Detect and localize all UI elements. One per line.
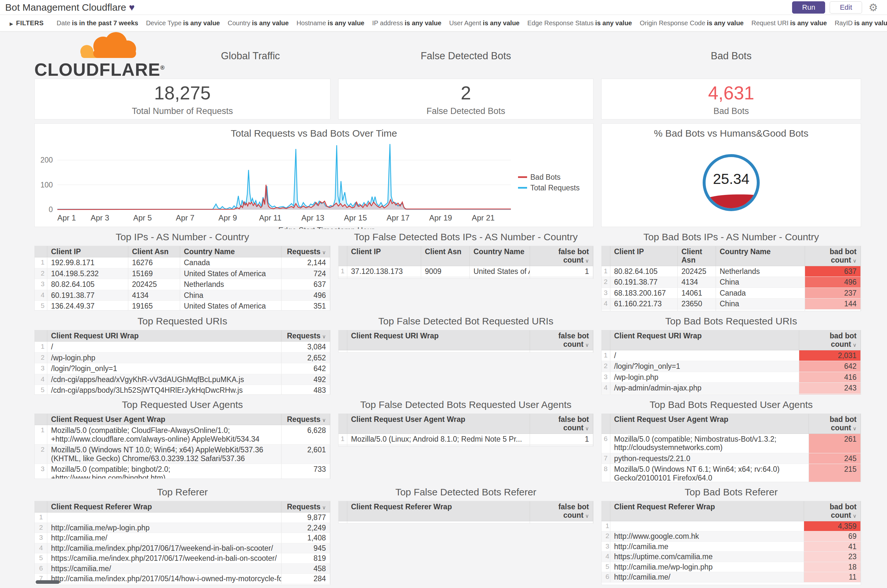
column-header[interactable]: Requests∨	[281, 246, 330, 257]
table-cell: 19165	[128, 301, 180, 310]
filter-item[interactable]: Edge Response Statusis any value	[528, 20, 632, 27]
column-header[interactable]: Client Asn	[128, 246, 180, 257]
stat-label: Bad Bots	[713, 106, 749, 116]
row-number-header	[601, 501, 610, 521]
table-row: 5/cdn-cgi/apps/body/3Lh52SjWTQ4HRlErJykH…	[35, 385, 330, 395]
legend-item[interactable]: Bad Bots	[530, 173, 561, 182]
table-cell: Netherlands	[180, 279, 281, 290]
run-button[interactable]: Run	[792, 1, 825, 14]
table-cell: /wp-admin/admin-ajax.php	[610, 383, 799, 393]
row-number: 1	[35, 513, 47, 523]
column-header[interactable]: Client Request URI Wrap	[47, 330, 281, 342]
table-cell: 2	[530, 521, 593, 524]
row-number: 5	[601, 393, 610, 395]
table-cell: 724	[281, 268, 330, 279]
row-number: 3	[601, 372, 610, 382]
filter-item[interactable]: IP addressis any value	[372, 20, 442, 27]
filter-item[interactable]: Request URIis any value	[752, 20, 827, 27]
table-row: 1/2,031	[601, 350, 861, 361]
sort-caret-icon: ∨	[322, 417, 326, 423]
column-header[interactable]: false bot count∨	[530, 330, 593, 350]
column-header[interactable]: Client Request Referer Wrap	[47, 501, 281, 513]
x-axis-tick: Apr 5	[133, 213, 152, 222]
column-header[interactable]: Country Name	[716, 246, 805, 266]
table-cell: http://camilia.me/index.php/2017/05/14/h…	[47, 574, 281, 584]
series-line-bad-bots	[57, 185, 511, 210]
table-row: 3Mozilla/5.0 (compatible; bingbot/2.0; +…	[35, 464, 330, 479]
table-cell: Mozilla/5.0 (compatible; bingbot/2.0; +h…	[47, 464, 281, 479]
column-header[interactable]: Requests∨	[281, 414, 330, 425]
section-title: Top False Detected Bots Requested User A…	[338, 399, 594, 410]
table-header-row: Client IPClient AsnCountry NameRequests∨	[35, 246, 330, 257]
brand-row: CLOUDFLARE® Global Traffic False Detecte…	[35, 33, 862, 79]
x-axis-tick: Apr 7	[176, 213, 194, 222]
table-cell: Canada	[716, 288, 805, 298]
column-header[interactable]: false bot count∨	[530, 414, 593, 434]
row-number-header	[338, 501, 347, 521]
column-header-false-detected-bots: False Detected Bots	[338, 33, 594, 79]
data-table: Client Request User Agent Wrapfalse bot …	[338, 414, 593, 447]
filter-item[interactable]: Origin Response Codeis any value	[640, 20, 744, 27]
column-header[interactable]: Client IP	[610, 246, 677, 266]
data-table-card: Client Request User Agent WrapRequests∨1…	[35, 414, 331, 479]
row-number: 3	[35, 464, 47, 479]
table-cell: 23650	[677, 298, 716, 309]
table-header-row: Client Request User Agent Wrapfalse bot …	[338, 414, 593, 434]
filter-item[interactable]: User Agentis any value	[449, 20, 519, 27]
column-header[interactable]: Client Asn	[421, 246, 469, 266]
horizontal-scrollbar-thumb[interactable]	[36, 580, 60, 584]
column-header[interactable]: Client Request User Agent Wrap	[47, 414, 281, 425]
data-table-card: Client Request Referer WrapRequests∨19,8…	[35, 501, 331, 585]
gear-icon[interactable]: ⚙	[869, 2, 878, 13]
table-cell: python-requests/2.21.0	[610, 453, 809, 464]
table-row: 380.82.64.105202425Netherlands637	[35, 279, 330, 290]
column-header[interactable]: Requests∨	[281, 501, 330, 513]
section-titles-row: Top IPs - AS Number - CountryTop False D…	[35, 231, 862, 243]
filter-condition: is any value	[183, 20, 219, 27]
column-header[interactable]: bad bot count∨	[804, 501, 861, 521]
column-header[interactable]: Country Name	[469, 246, 530, 266]
column-header[interactable]: Requests∨	[281, 330, 330, 342]
table-row: 2http://www.google.com.hk69	[601, 531, 861, 542]
column-header[interactable]: Client Request Referer Wrap	[347, 501, 530, 521]
column-header[interactable]: Country Name	[180, 246, 281, 257]
data-table: Client Request Referer WrapRequests∨19,8…	[35, 501, 330, 584]
row-number: 2	[35, 523, 47, 532]
row-number: 2	[35, 352, 47, 363]
column-header[interactable]: Client Asn	[677, 246, 716, 266]
column-header[interactable]: Client IP	[347, 246, 421, 266]
edit-button[interactable]: Edit	[830, 1, 862, 14]
filter-item[interactable]: Countryis any value	[228, 20, 289, 27]
column-header[interactable]: Client IP	[47, 246, 128, 257]
filter-item[interactable]: RayIDis any value	[834, 20, 887, 27]
column-header[interactable]: Client Request URI Wrap	[610, 330, 799, 350]
table-cell: http://www.google.com.hk	[610, 531, 804, 542]
column-header[interactable]: false bot count∨	[530, 246, 593, 266]
column-header[interactable]: bad bot count∨	[799, 330, 861, 350]
filter-condition: is in the past 7 weeks	[72, 20, 138, 27]
table-header-row: Client Request Referer WrapRequests∨	[35, 501, 330, 513]
legend-item[interactable]: Total Requests	[530, 184, 580, 192]
column-header[interactable]: false bot count∨	[530, 501, 593, 521]
data-table-card: Client Request Referer Wrapfalse bot cou…	[338, 501, 594, 524]
filter-field: Country	[228, 20, 250, 27]
column-header[interactable]: Client Request Referer Wrap	[610, 501, 804, 521]
column-header[interactable]: Client Request User Agent Wrap	[610, 414, 809, 434]
filters-toggle[interactable]: ▶FILTERS	[10, 20, 44, 27]
column-header[interactable]: bad bot count∨	[809, 414, 861, 434]
column-header[interactable]: bad bot count∨	[805, 246, 861, 266]
filter-item[interactable]: Device Typeis any value	[146, 20, 220, 27]
table-row: 14,359	[601, 521, 861, 531]
table-cell: 124	[799, 393, 861, 395]
table-cell: 733	[281, 464, 330, 479]
table-row: 7http://camilia.me/index.php/2017/05/14/…	[35, 574, 330, 584]
data-table: Client Request User Agent Wrapbad bot co…	[601, 414, 861, 482]
sort-caret-icon: ∨	[585, 426, 589, 431]
row-number-header	[35, 501, 47, 513]
filter-item[interactable]: Dateis in the past 7 weeks	[57, 20, 138, 27]
filter-item[interactable]: Hostnameis any value	[296, 20, 364, 27]
column-header[interactable]: Client Request URI Wrap	[347, 330, 530, 350]
column-header[interactable]: Client Request User Agent Wrap	[347, 414, 530, 434]
table-header-row: Client IPClient AsnCountry Namefalse bot…	[338, 246, 593, 266]
table-cell: 69	[804, 531, 861, 542]
